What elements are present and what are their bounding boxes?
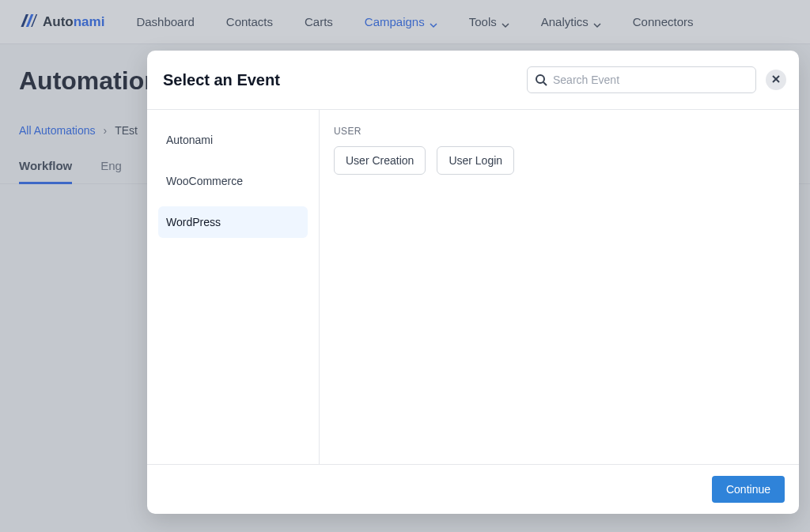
event-user-creation[interactable]: User Creation [334, 146, 426, 175]
modal-header: Select an Event [147, 51, 799, 110]
continue-button[interactable]: Continue [712, 476, 785, 503]
event-group-label: USER [334, 126, 785, 137]
modal-body: Autonami WooCommerce WordPress USER User… [147, 110, 799, 464]
modal-title: Select an Event [163, 71, 280, 89]
modal-footer: Continue [147, 464, 799, 514]
select-event-modal: Select an Event Autonami WooCommerce Wor… [147, 51, 799, 514]
svg-point-0 [536, 75, 544, 83]
sidebar-item-woocommerce[interactable]: WooCommerce [158, 165, 308, 197]
close-button[interactable] [766, 70, 786, 90]
event-list: USER User Creation User Login [320, 110, 799, 464]
search-input[interactable] [527, 66, 756, 93]
event-user-login[interactable]: User Login [437, 146, 514, 175]
sidebar-item-wordpress[interactable]: WordPress [158, 206, 308, 238]
event-category-sidebar: Autonami WooCommerce WordPress [147, 110, 320, 464]
svg-line-1 [543, 82, 547, 85]
search-wrap [527, 66, 756, 93]
close-icon [771, 74, 781, 86]
sidebar-item-autonami[interactable]: Autonami [158, 124, 308, 156]
